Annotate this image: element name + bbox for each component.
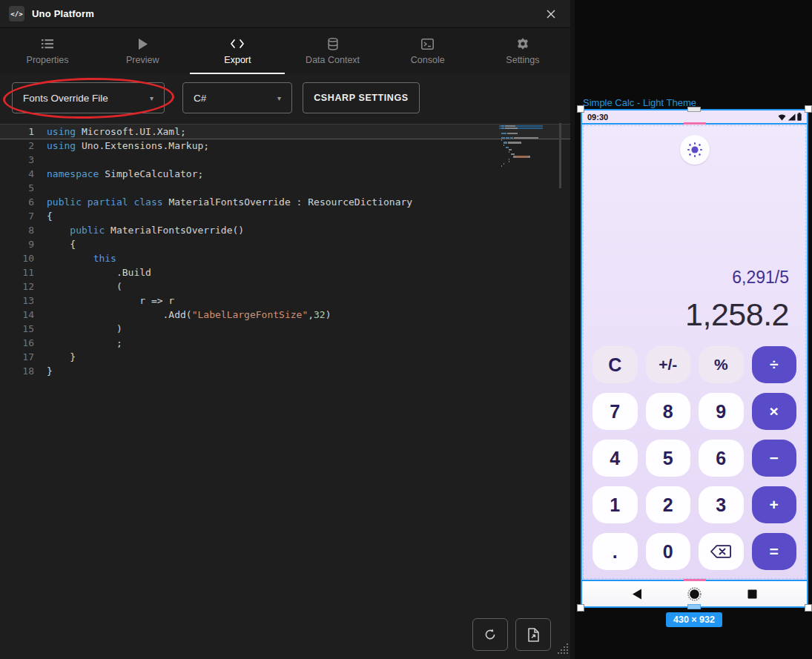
tab-settings[interactable]: Settings bbox=[475, 28, 570, 74]
key-equals[interactable]: = bbox=[752, 533, 797, 570]
code-line: 3 bbox=[0, 153, 570, 167]
code-line: 6public partial class MaterialFontsOverr… bbox=[0, 195, 570, 209]
key-7[interactable]: 7 bbox=[593, 393, 638, 430]
tab-label: Preview bbox=[126, 55, 159, 65]
code-lines: 1using Microsoft.UI.Xaml;2using Uno.Exte… bbox=[0, 125, 570, 378]
line-number: 5 bbox=[0, 181, 34, 195]
tab-export[interactable]: Export bbox=[190, 28, 285, 74]
window-title: Uno Platform bbox=[32, 8, 94, 19]
code-line: 2using Uno.Extensions.Markup; bbox=[0, 139, 570, 153]
key-add[interactable]: + bbox=[752, 486, 797, 523]
code-line: 18} bbox=[0, 364, 570, 378]
line-number: 6 bbox=[0, 195, 34, 209]
line-number: 4 bbox=[0, 167, 34, 181]
status-icons bbox=[778, 113, 802, 121]
nav-home-button[interactable] bbox=[687, 587, 702, 601]
nav-back-button[interactable] bbox=[632, 589, 642, 600]
terminal-icon bbox=[421, 37, 434, 50]
code-line: 11 .Build bbox=[0, 265, 570, 279]
home-circle-icon bbox=[687, 587, 702, 601]
code-line: 14 .Add("LabelLargeFontSize",32) bbox=[0, 308, 570, 322]
phone-preview-frame[interactable]: 09:30 6,291/5 1,258.2 C+/-%÷789×4 bbox=[581, 109, 808, 608]
key-plus-minus[interactable]: +/- bbox=[646, 346, 691, 383]
resize-grip[interactable] bbox=[557, 643, 569, 658]
tab-label: Console bbox=[411, 55, 445, 65]
line-number: 15 bbox=[0, 322, 34, 336]
key-8[interactable]: 8 bbox=[646, 393, 691, 430]
theme-toggle-button[interactable] bbox=[680, 135, 710, 165]
preview-canvas: Simple Calc - Light Theme 09:30 6,291/5 bbox=[575, 0, 812, 659]
tab-label: Settings bbox=[506, 55, 539, 65]
tab-data-context[interactable]: Data Context bbox=[285, 28, 380, 74]
line-number: 14 bbox=[0, 308, 34, 322]
code-brackets-icon bbox=[230, 37, 245, 50]
selection-handle-bottom-right[interactable] bbox=[805, 604, 812, 612]
devtools-panel: </> Uno Platform Properties Preview Expo… bbox=[0, 0, 575, 659]
code-line: 8 public MaterialFontsOverride() bbox=[0, 223, 570, 237]
code-line: 4namespace SimpleCalculator; bbox=[0, 167, 570, 181]
language-select-dropdown[interactable]: C# ▾ bbox=[182, 82, 292, 113]
key-2[interactable]: 2 bbox=[646, 486, 691, 523]
key-decimal[interactable]: . bbox=[593, 533, 638, 570]
line-number: 7 bbox=[0, 209, 34, 223]
key-6[interactable]: 6 bbox=[699, 440, 744, 477]
tab-properties[interactable]: Properties bbox=[0, 28, 95, 74]
selection-handle-top-left[interactable] bbox=[577, 105, 584, 113]
key-5[interactable]: 5 bbox=[646, 440, 691, 477]
signal-icon bbox=[788, 113, 796, 121]
key-1[interactable]: 1 bbox=[593, 486, 638, 523]
square-icon bbox=[747, 589, 757, 599]
selection-border-bottom bbox=[582, 580, 807, 581]
code-line: 16 ; bbox=[0, 336, 570, 350]
code-line: 12 ( bbox=[0, 279, 570, 294]
line-number: 18 bbox=[0, 364, 34, 378]
file-select-value: Fonts Override File bbox=[23, 93, 108, 104]
tab-label: Export bbox=[224, 55, 251, 65]
line-number: 12 bbox=[0, 279, 34, 294]
close-button[interactable] bbox=[541, 4, 561, 24]
android-nav-bar bbox=[582, 581, 807, 606]
key-backspace[interactable] bbox=[699, 533, 744, 570]
export-file-button[interactable] bbox=[515, 618, 551, 651]
backspace-icon bbox=[710, 544, 732, 559]
line-number: 2 bbox=[0, 139, 34, 153]
key-0[interactable]: 0 bbox=[646, 533, 691, 570]
key-divide[interactable]: ÷ bbox=[752, 346, 797, 383]
key-3[interactable]: 3 bbox=[699, 486, 744, 523]
selection-handle-bottom-left[interactable] bbox=[577, 604, 584, 612]
line-number: 10 bbox=[0, 251, 34, 265]
key-4[interactable]: 4 bbox=[593, 440, 638, 477]
key-9[interactable]: 9 bbox=[699, 393, 744, 430]
tab-bar: Properties Preview Export Data Context C… bbox=[0, 28, 570, 74]
preview-element-label[interactable]: Simple Calc - Light Theme bbox=[583, 97, 696, 108]
tab-console[interactable]: Console bbox=[380, 28, 475, 74]
code-line: 1using Microsoft.UI.Xaml; bbox=[0, 125, 570, 139]
key-clear[interactable]: C bbox=[593, 346, 638, 383]
battery-icon bbox=[797, 113, 802, 121]
file-select-dropdown[interactable]: Fonts Override File ▾ bbox=[12, 82, 165, 113]
key-multiply[interactable]: × bbox=[752, 393, 797, 430]
minimap[interactable] bbox=[501, 125, 541, 168]
code-editor[interactable]: 1using Microsoft.UI.Xaml;2using Uno.Exte… bbox=[0, 122, 570, 610]
export-toolbar: Fonts Override File ▾ C# ▾ CSHARP SETTIN… bbox=[0, 74, 570, 122]
tab-preview[interactable]: Preview bbox=[95, 28, 190, 74]
code-line: 13 r => r bbox=[0, 294, 570, 308]
chevron-down-icon: ▾ bbox=[150, 94, 154, 102]
nav-recents-button[interactable] bbox=[747, 589, 757, 599]
editor-footer bbox=[0, 610, 570, 659]
csharp-settings-button[interactable]: CSHARP SETTINGS bbox=[303, 82, 420, 113]
size-badge: 430 × 932 bbox=[666, 612, 722, 627]
key-percent[interactable]: % bbox=[699, 346, 744, 383]
key-subtract[interactable]: − bbox=[752, 440, 797, 477]
selection-handle-top-right[interactable] bbox=[805, 105, 812, 113]
selection-handle-bottom-center[interactable] bbox=[687, 604, 701, 609]
database-icon bbox=[328, 37, 338, 50]
refresh-button[interactable] bbox=[472, 618, 508, 651]
scrollbar-thumb[interactable] bbox=[559, 123, 561, 188]
chevron-down-icon: ▾ bbox=[277, 94, 281, 102]
selection-handle-top-center[interactable] bbox=[687, 107, 701, 112]
pink-anchor-handle[interactable] bbox=[684, 579, 706, 581]
uno-platform-window: </> Uno Platform Properties Preview Expo… bbox=[0, 0, 812, 659]
line-number: 3 bbox=[0, 153, 34, 167]
calculator-view: 6,291/5 1,258.2 C+/-%÷789×456−123+.0= bbox=[582, 125, 807, 580]
